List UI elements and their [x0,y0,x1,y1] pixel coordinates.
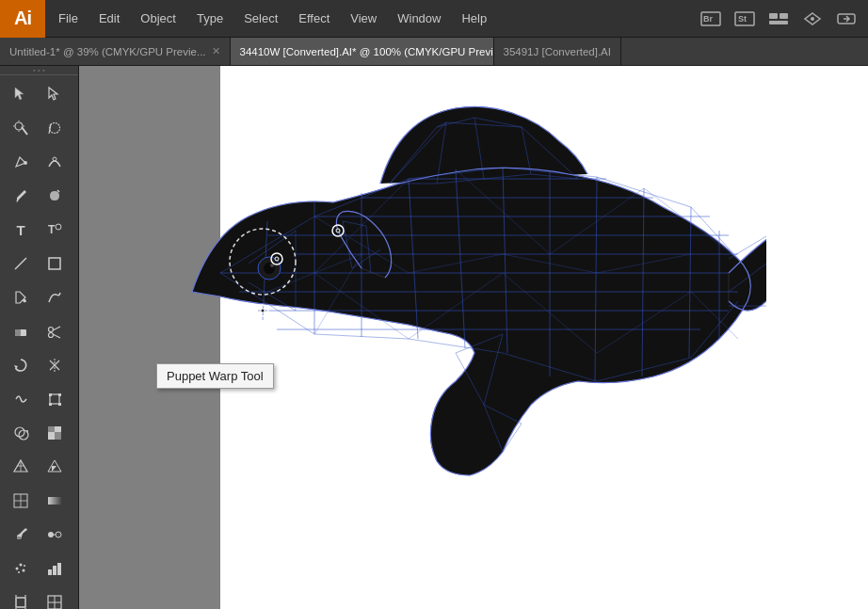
svg-line-25 [53,327,60,330]
svg-point-15 [24,161,27,165]
svg-rect-30 [58,393,61,396]
paintbrush-btn[interactable] [4,181,38,211]
bridge-icon-btn[interactable]: Br [697,8,725,30]
svg-rect-6 [769,21,788,24]
selection-tool-btn[interactable] [4,79,38,109]
artboard-btn[interactable] [4,587,38,609]
reflect-icon [46,357,63,374]
svg-text:T: T [48,223,56,236]
svg-point-10 [15,122,23,130]
menu-edit[interactable]: Edit [89,8,129,29]
publish-icon-btn[interactable] [832,8,860,30]
app-logo: Ai [0,0,45,38]
slice-btn[interactable] [38,587,72,609]
menu-select[interactable]: Select [234,8,287,29]
symbol-sprayer-btn[interactable] [4,553,38,584]
menu-type[interactable]: Type [187,8,233,29]
slice-icon [46,594,63,609]
direct-selection-tool-btn[interactable] [38,79,72,109]
magic-wand-icon [12,120,29,136]
menu-window[interactable]: Window [388,8,450,29]
lasso-btn[interactable] [38,113,72,143]
publish-icon [836,11,857,26]
blend-btn[interactable] [38,520,72,550]
stock-icon: St [734,11,755,26]
live-paint-btn[interactable] [38,418,72,448]
shape-builder-icon [12,425,29,441]
tool-row-7 [0,279,78,313]
smooth-btn[interactable] [38,282,72,313]
puppet-warp-tooltip: Puppet Warp Tool [156,363,274,389]
lasso-icon [46,120,63,136]
svg-rect-45 [17,537,21,539]
tab-35491j[interactable]: 35491J [Converted].AI [494,38,621,65]
rect-btn[interactable] [38,248,72,279]
tool-row-15 [0,550,78,584]
line-icon [12,255,29,272]
svg-rect-4 [769,13,778,19]
tab-untitled-close[interactable]: ✕ [212,45,220,57]
puppet-warp-label: Puppet Warp Tool [167,369,264,383]
tab-untitled[interactable]: Untitled-1* @ 39% (CMYK/GPU Previe... ✕ [0,38,231,65]
warp-btn[interactable] [4,384,38,414]
svg-rect-35 [48,432,55,440]
column-graph-btn[interactable] [38,553,72,584]
perspective-grid-btn[interactable] [4,452,38,482]
pen-tool-btn[interactable] [4,147,38,177]
svg-rect-44 [48,497,61,505]
menu-file[interactable]: File [49,8,88,29]
svg-point-18 [56,224,61,230]
magic-wand-btn[interactable] [4,113,38,143]
eraser-icon [12,323,29,340]
svg-point-52 [18,571,20,573]
svg-text:St: St [738,14,747,24]
svg-point-24 [49,333,54,338]
workspace-icon-btn[interactable] [764,8,793,30]
scissors-icon [46,323,63,340]
eyedropper-icon [12,526,29,543]
paintbucket-icon [12,289,29,306]
svg-point-51 [23,569,25,572]
rotate-icon [12,357,29,374]
perspective-select-btn[interactable] [38,452,72,482]
shape-builder-btn[interactable] [4,418,38,448]
column-graph-icon [46,560,63,577]
workspace-icon [768,11,789,26]
tab-35491j-label: 35491J [Converted].AI [504,46,611,57]
fish-artwork [126,85,766,489]
blob-brush-icon [46,187,63,204]
scissors-btn[interactable] [38,316,72,346]
type-btn[interactable]: T [4,215,38,245]
tool-row-2 [0,109,78,143]
rotate-btn[interactable] [4,350,38,380]
gradient-btn[interactable] [38,486,72,516]
type-icon: T [16,222,24,238]
svg-rect-56 [57,563,61,575]
eyedropper-btn[interactable] [4,520,38,550]
libraries-icon-btn[interactable] [798,8,827,30]
tool-row-1 [0,75,78,109]
stock-icon-btn[interactable]: St [731,8,759,30]
touch-type-btn[interactable]: T [38,215,72,245]
curvature-btn[interactable] [38,147,72,177]
menu-effect[interactable]: Effect [289,8,339,29]
menu-view[interactable]: View [341,8,386,29]
eraser-btn[interactable] [4,316,38,346]
canvas-area[interactable]: Puppet Warp Tool [79,66,868,609]
menu-help[interactable]: Help [452,8,496,29]
free-transform-btn[interactable] [38,384,72,414]
mesh-btn[interactable] [4,486,38,516]
menu-object[interactable]: Object [131,8,185,29]
blob-brush-btn[interactable] [38,181,72,211]
svg-rect-20 [49,258,60,269]
tool-row-6 [0,245,78,279]
svg-point-49 [16,568,19,570]
svg-point-46 [48,532,54,537]
tab-34410w[interactable]: 34410W [Converted].AI* @ 100% (CMYK/GPU … [231,38,494,65]
line-btn[interactable] [4,248,38,279]
svg-rect-22 [15,329,21,336]
reflect-btn[interactable] [38,350,72,380]
selection-icon [12,86,29,103]
perspective-select-icon [46,458,63,475]
paintbucket-btn[interactable] [4,282,38,313]
